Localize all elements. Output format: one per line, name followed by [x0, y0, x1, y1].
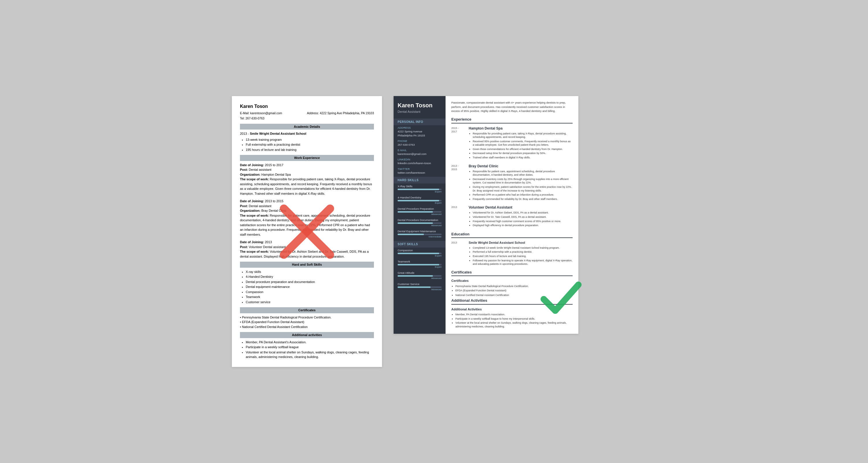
plain-work-post-3: Post: Volunteer Dental assistant [240, 244, 374, 250]
list-item: Decreased setup time for dental procedur… [473, 152, 572, 155]
edu-entry: 2013 Smile Wright Dental Assistant Schoo… [451, 240, 572, 266]
plain-school-name: Smile Wright Dental Assistant School [250, 132, 306, 135]
skill-bar-fill [398, 287, 431, 288]
cert-section: Certificates Pennsylvania State Dental R… [451, 278, 572, 297]
skill-bar-fill [398, 189, 439, 190]
skill-name: 4-Handed Dentistry [398, 196, 441, 199]
skill-bar-fill [398, 275, 433, 277]
skill-bar-fill [398, 234, 424, 235]
sidebar-phone-field: Phone 267-630-0763 [394, 138, 445, 148]
plain-work-entry-1: Date of Joining: 2015 to 2017 Post: Dent… [240, 163, 374, 196]
list-item: Participate in a weekly softball league … [455, 317, 572, 321]
edu-bullets: Completed 13-week Smile Wright Dental As… [469, 246, 572, 266]
skill-4handed: 4-Handed Dentistry Expert [394, 195, 445, 206]
plain-work-org-1: Organization: Hampton Dental Spa [240, 172, 374, 177]
work-label: The scope of work: [240, 214, 270, 217]
sidebar-linkedin-value: linkedin.com/in/karen-toson [398, 161, 441, 165]
plain-work-dates-3: Date of Joining: 2013 [240, 240, 374, 244]
main-content: Passionate, compassionate dental assista… [445, 96, 578, 333]
plain-phone: Tel: 267-630-0763 [240, 116, 374, 121]
plain-address: Address: 4222 Spring Ave Philadelphia, P… [307, 111, 374, 116]
styled-resume: Karen Toson Dental Assistant Personal In… [394, 96, 578, 333]
list-item: Volunteered for Dr. Ashton Siebert, DDS,… [473, 211, 561, 214]
skill-level: Expert [398, 266, 441, 268]
list-item: EFDA (Expanded Function Dental Assistant… [455, 289, 572, 293]
sidebar-linkedin-label: LinkedIn [398, 158, 441, 161]
list-item: Executed 195 hours of lecture and lab tr… [473, 255, 572, 258]
list-item: 4-Handed Dentistry [246, 274, 374, 279]
skill-bar-bg [398, 287, 441, 288]
cert-subtitle: Certificates [451, 278, 572, 283]
list-item: Full externship with a practicing dentis… [246, 142, 374, 147]
list-item: Participate in a weekly softball league [246, 345, 374, 350]
plain-skills-list: X-ray skills 4-Handed Dentistry Dental p… [240, 269, 374, 305]
work-label: Post: [240, 168, 249, 171]
plain-work-org-2: Organization: Bray Dental Clinic [240, 208, 374, 213]
exp-bullets: Responsible for patient care, appointmen… [469, 170, 572, 201]
skill-customer: Customer Service Advanced [394, 281, 445, 293]
work-label: Date of Joining: [240, 163, 265, 167]
experience-section-title: Experience [451, 117, 572, 124]
list-item: 195 hours of lecture and lab training [246, 147, 374, 152]
skill-bar-bg [398, 234, 441, 235]
skill-name: Teamwork [398, 260, 441, 263]
skill-bar-fill [398, 264, 439, 265]
work-label: Organization: [240, 209, 261, 212]
activities-subtitle: Additional Activities [451, 307, 572, 312]
exp-entry-hampton: 2015 -2017 Hampton Dental Spa Responsibl… [451, 126, 572, 160]
skill-bar-bg [398, 253, 441, 254]
list-item: Performed CPR on a patient who had an in… [473, 193, 572, 197]
skill-maint: Dental Equipment Maintenance Intermediat… [394, 229, 445, 240]
plain-name: Karen Toson [240, 103, 374, 110]
skill-level: Advanced [398, 277, 441, 279]
list-item: • Pennsylvania State Dental Radiological… [240, 315, 374, 320]
list-item: Decreased inventory costs by 25% through… [473, 177, 572, 185]
styled-sidebar: Karen Toson Dental Assistant Personal In… [394, 96, 445, 333]
edu-date: 2013 [451, 240, 466, 266]
list-item: Volunteered for Dr. Tate Caswell, DDS, P… [473, 215, 561, 219]
list-item: • EFDA (Expanded Function Dental Assista… [240, 320, 374, 325]
list-item: Teamwork [246, 295, 374, 299]
exp-body: Hampton Dental Spa Responsible for provi… [469, 126, 572, 160]
list-item: Responsible for patient care, appointmen… [473, 170, 572, 177]
sidebar-personal-title: Personal Info [394, 119, 445, 125]
work-value: 2013 to 2015 [265, 199, 283, 203]
skill-level: Expert [398, 202, 441, 204]
edu-body: Smile Wright Dental Assistant School Com… [469, 240, 572, 266]
exp-entry-bray: 2013 -2015 Bray Dental Clinic Responsibl… [451, 164, 572, 202]
work-value: Dental assistant [249, 168, 272, 171]
work-label: Post: [240, 204, 249, 208]
sidebar-phone-label: Phone [398, 140, 441, 142]
work-label: Date of Joining: [240, 199, 265, 203]
education-section-title: Education [451, 231, 572, 238]
list-item: Member, PA Dental Assistant's Associatio… [455, 313, 572, 317]
list-item: Dental procedure preparation and documen… [246, 279, 374, 285]
skill-compassion: Compassion Expert [394, 247, 445, 259]
list-item: Responsible for providing patient care, … [473, 132, 572, 139]
skill-bar-bg [398, 189, 441, 190]
list-item: Trained other staff members in digital X… [473, 156, 572, 160]
list-item: Volunteer at the local animal shelter on… [455, 321, 572, 328]
sidebar-address-value: 4222 Spring AvenuePhiladelphia PA 19103 [398, 130, 441, 137]
exp-company: Volunteer Dental Assistant [469, 205, 561, 210]
plain-skills-title: Hard and Soft Skills [240, 262, 374, 268]
skill-teamwork: Teamwork Expert [394, 259, 445, 270]
plain-header: Karen Toson E-Mail: karentoson@gmail.com… [240, 103, 374, 121]
exp-entry-volunteer: 2013 Volunteer Dental Assistant Voluntee… [451, 205, 572, 228]
skill-level: Advanced [398, 288, 441, 291]
list-item: Pennsylvania State Dental Radiological P… [455, 285, 572, 289]
sidebar-name: Karen Toson [398, 102, 441, 109]
plain-work-scope-1: The scope of work: Responsible for provi… [240, 177, 374, 196]
plain-resume: Karen Toson E-Mail: karentoson@gmail.com… [232, 96, 382, 367]
work-label: The scope of work: [240, 250, 270, 253]
sidebar-title: Dental Assistant [398, 110, 441, 113]
skill-bar-bg [398, 275, 441, 277]
plain-work-dates-2: Date of Joining: 2013 to 2015 [240, 199, 374, 204]
skill-bar-bg [398, 211, 441, 212]
list-item: Completed 13-week Smile Wright Dental As… [473, 246, 572, 250]
sidebar-address-field: Address 4222 Spring AvenuePhiladelphia P… [394, 125, 445, 138]
plain-work-entry-3: Date of Joining: 2013 Post: Volunteer De… [240, 240, 374, 259]
list-item: Frequently received high customer commen… [473, 220, 561, 223]
plain-work-post-1: Post: Dental assistant [240, 167, 374, 172]
main-container: Karen Toson E-Mail: karentoson@gmail.com… [232, 96, 636, 367]
